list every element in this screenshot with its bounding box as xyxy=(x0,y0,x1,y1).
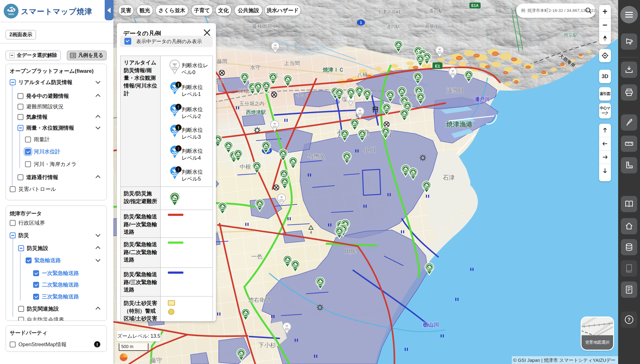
svg-text:YAIZU: YAIZU xyxy=(8,13,14,15)
svg-text:一色: 一色 xyxy=(251,253,262,260)
svg-text:中根: 中根 xyxy=(240,164,251,170)
svg-text:惣右衛門: 惣右衛門 xyxy=(248,297,271,303)
svg-text:用宗駅: 用宗駅 xyxy=(564,32,578,38)
svg-text:E1: E1 xyxy=(435,64,440,68)
svg-text:!: ! xyxy=(178,146,179,151)
svg-text:西焼津駅: 西焼津駅 xyxy=(246,110,266,115)
svg-text:小川: 小川 xyxy=(363,147,376,153)
svg-text:藤枝岡部ＩＣ: 藤枝岡部ＩＣ xyxy=(252,24,282,29)
svg-text:五分堀之内: 五分堀之内 xyxy=(239,101,264,106)
svg-text:!: ! xyxy=(178,167,179,172)
svg-text:藤岡: 藤岡 xyxy=(217,58,228,64)
svg-text:!: ! xyxy=(178,125,179,130)
svg-text:下小杉: 下小杉 xyxy=(258,342,276,348)
svg-text:高草山: 高草山 xyxy=(425,24,439,29)
svg-text:E1A: E1A xyxy=(471,3,479,8)
svg-text:藤守: 藤守 xyxy=(150,357,162,364)
svg-text:塩: 塩 xyxy=(342,96,347,102)
svg-text:瀬戸川: 瀬戸川 xyxy=(474,96,490,102)
svg-text:!: ! xyxy=(178,104,179,110)
svg-text:焼津漁港: 焼津漁港 xyxy=(446,121,473,128)
svg-text:石津: 石津 xyxy=(443,174,455,181)
svg-text:道の駅: 道の駅 xyxy=(429,8,443,13)
svg-text:?: ? xyxy=(628,317,631,322)
svg-text:!: ! xyxy=(178,82,179,87)
svg-text:与惣次: 与惣次 xyxy=(308,153,325,160)
svg-text:小土: 小土 xyxy=(297,92,308,97)
svg-text:4: 4 xyxy=(310,230,312,235)
svg-text:道の駅: 道の駅 xyxy=(387,24,400,29)
svg-text:浜当目: 浜当目 xyxy=(447,87,464,93)
svg-text:田尻: 田尻 xyxy=(345,248,356,254)
svg-text:八楠: 八楠 xyxy=(357,72,368,78)
svg-text:上当間: 上当間 xyxy=(284,60,300,66)
svg-text:宇津ノ谷峠: 宇津ノ谷峠 xyxy=(377,9,401,14)
svg-text:栃山川: 栃山川 xyxy=(423,322,439,328)
svg-text:1: 1 xyxy=(360,21,362,25)
svg-text:水守: 水守 xyxy=(250,65,261,71)
svg-text:焼津ＩＣ: 焼津ＩＣ xyxy=(322,67,344,73)
